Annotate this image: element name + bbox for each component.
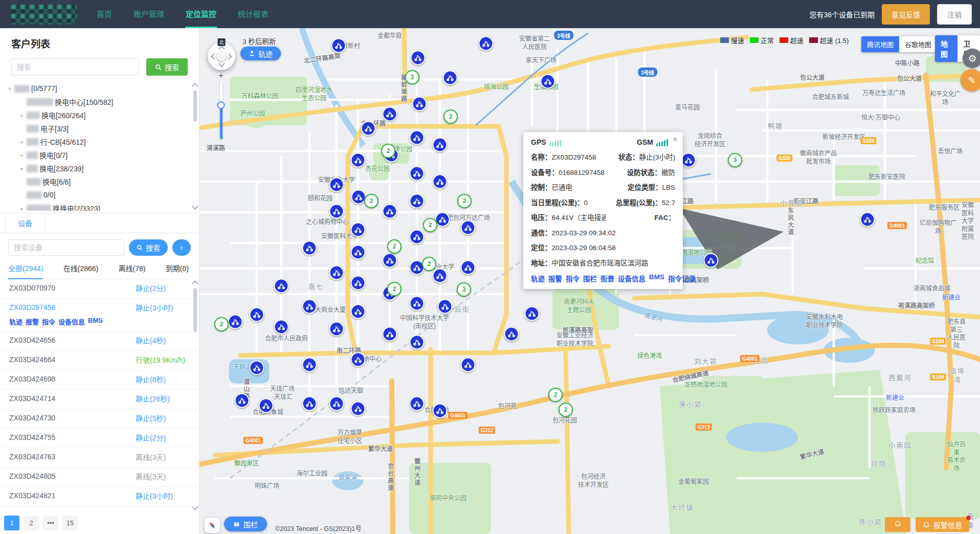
vehicle-marker-icon[interactable] xyxy=(331,38,346,53)
vehicle-marker-icon[interactable] xyxy=(329,396,344,411)
device-name[interactable]: ZX03D424847 xyxy=(9,511,136,511)
caret-right-icon[interactable]: ▸ xyxy=(17,112,27,119)
close-icon[interactable]: × xyxy=(673,135,678,144)
vehicle-marker-icon[interactable] xyxy=(329,177,344,192)
cluster-marker[interactable]: 3 xyxy=(405,70,419,84)
cluster-marker[interactable]: 2 xyxy=(364,194,378,208)
device-link[interactable]: 设备信息 xyxy=(58,317,85,326)
vehicle-marker-icon[interactable] xyxy=(351,304,366,319)
settings-button[interactable]: ⚙ xyxy=(963,49,980,68)
compass-button[interactable] xyxy=(205,518,220,533)
nav-item[interactable]: 定位监控 xyxy=(175,0,227,28)
edit-button[interactable]: ✎ xyxy=(961,69,980,92)
vehicle-marker-icon[interactable] xyxy=(361,121,376,136)
page-button[interactable]: ••• xyxy=(43,516,58,530)
filter-tab[interactable]: 离线(78) xyxy=(119,263,146,279)
track-button[interactable]: 轨迹 xyxy=(240,47,281,60)
vehicle-marker-icon[interactable] xyxy=(525,306,540,321)
tree-node[interactable]: ▸换电[238/239] xyxy=(0,162,199,175)
device-link[interactable]: BMS xyxy=(88,317,103,326)
tab-device[interactable]: 设备 xyxy=(5,213,45,233)
zoom-slider[interactable] xyxy=(220,82,222,139)
cluster-marker[interactable]: 2 xyxy=(387,282,402,296)
cluster-marker[interactable]: 2 xyxy=(423,218,437,232)
device-name[interactable]: ZX03D424805 xyxy=(9,472,136,481)
vehicle-marker-icon[interactable] xyxy=(351,245,366,260)
vehicle-marker-icon[interactable] xyxy=(351,402,366,416)
device-row[interactable]: ZX03D424664行驶(19.9Km/h) xyxy=(0,351,199,370)
device-name[interactable]: ZX03D424714 xyxy=(9,394,136,403)
tree-node[interactable]: ▸换电[0/7] xyxy=(0,148,199,162)
tree-scrollbar[interactable] xyxy=(192,83,198,210)
fence-button[interactable]: 围栏 xyxy=(224,517,267,531)
vehicle-marker-icon[interactable] xyxy=(329,322,344,337)
vehicle-marker-icon[interactable] xyxy=(410,230,425,244)
customer-search-button[interactable]: 搜索 xyxy=(146,58,188,76)
pan-right-icon[interactable] xyxy=(226,53,232,60)
popup-action-link[interactable]: 指令 xyxy=(566,273,580,283)
caret-down-icon[interactable]: ▾ xyxy=(5,85,14,92)
device-name[interactable]: ZX03D424821 xyxy=(9,492,136,500)
vehicle-marker-icon[interactable] xyxy=(410,335,425,350)
device-row[interactable]: ZX03D424730静止(5秒) xyxy=(0,409,199,429)
page-button[interactable]: 15 xyxy=(62,516,78,530)
device-name[interactable]: ZX03D424664 xyxy=(9,355,136,364)
cluster-marker[interactable]: 2 xyxy=(548,388,563,402)
popup-action-link[interactable]: 指令记录 xyxy=(668,273,696,283)
pan-down-icon[interactable] xyxy=(218,60,225,67)
tree-scroll-thumb[interactable] xyxy=(193,91,197,121)
caret-right-icon[interactable]: ▸ xyxy=(17,139,27,145)
pan-knob[interactable] xyxy=(216,51,227,61)
vehicle-marker-icon[interactable] xyxy=(411,51,426,65)
device-row[interactable]: ZX03D424755静止(2分) xyxy=(0,429,199,448)
vehicle-marker-icon[interactable] xyxy=(235,393,250,408)
cluster-marker[interactable]: 2 xyxy=(381,144,395,158)
device-name[interactable]: ZX03D424730 xyxy=(9,414,136,422)
vehicle-marker-icon[interactable] xyxy=(329,204,344,219)
scroll-down-icon[interactable] xyxy=(192,203,198,210)
expand-panel-button[interactable]: › xyxy=(172,239,191,256)
vehicle-marker-icon[interactable] xyxy=(302,241,317,256)
device-search-button[interactable]: 搜索 xyxy=(129,239,168,256)
tree-node[interactable]: ▸换换电[2/3323] xyxy=(0,202,199,211)
cluster-marker[interactable]: 2 xyxy=(457,194,472,208)
device-row[interactable]: ZX03D424821静止(3小时) xyxy=(0,487,199,506)
device-row[interactable]: ZX03D424656静止(4秒) xyxy=(0,331,199,351)
vehicle-marker-icon[interactable] xyxy=(433,174,448,189)
page-button[interactable]: 2 xyxy=(24,516,39,530)
cluster-marker[interactable]: 2 xyxy=(422,257,436,271)
tree-node[interactable]: 换电[6/6] xyxy=(0,175,199,188)
filter-tab[interactable]: 在线(2866) xyxy=(63,263,98,279)
cluster-marker[interactable]: 2 xyxy=(443,109,458,124)
vehicle-marker-icon[interactable] xyxy=(274,320,289,335)
caret-right-icon[interactable]: ▸ xyxy=(17,152,27,159)
vehicle-marker-icon[interactable] xyxy=(461,260,476,275)
popup-action-link[interactable]: 街景 xyxy=(600,273,614,283)
vehicle-marker-icon[interactable] xyxy=(681,153,696,168)
vehicle-marker-icon[interactable] xyxy=(351,222,366,237)
page-button[interactable]: 1 xyxy=(4,516,19,530)
vehicle-marker-icon[interactable] xyxy=(259,398,274,413)
cluster-marker[interactable]: 3 xyxy=(728,153,742,167)
vehicle-marker-icon[interactable] xyxy=(383,253,397,268)
tree-node[interactable]: ▸行-CB[45/612] xyxy=(0,135,199,148)
device-row[interactable]: ZX03D424698静止(8秒) xyxy=(0,370,199,390)
vehicle-marker-icon[interactable] xyxy=(250,307,264,322)
vehicle-marker-icon[interactable] xyxy=(383,204,397,219)
device-row[interactable]: ZX03D424805离线(3天) xyxy=(0,468,199,487)
device-row[interactable]: ZX03D070970静止(2分) xyxy=(0,279,199,299)
vehicle-marker-icon[interactable] xyxy=(410,296,425,311)
vehicle-marker-icon[interactable] xyxy=(383,107,397,122)
cluster-marker[interactable]: 3 xyxy=(457,282,471,297)
vehicle-marker-icon[interactable] xyxy=(433,404,448,418)
vehicle-marker-icon[interactable] xyxy=(351,153,366,168)
tree-node[interactable]: ▾[0/5777] xyxy=(0,82,199,95)
zoom-slider-thumb[interactable] xyxy=(217,101,225,109)
device-search-input[interactable] xyxy=(8,239,124,256)
vehicle-marker-icon[interactable] xyxy=(443,71,458,85)
device-row[interactable]: ZX03D297458轨迹报警指令设备信息BMS静止(3小时) xyxy=(0,299,199,331)
customer-search-input[interactable] xyxy=(11,58,139,76)
device-row[interactable]: ZX03D424714静止(26秒) xyxy=(0,390,199,409)
vehicle-marker-icon[interactable] xyxy=(351,352,366,367)
vehicle-marker-icon[interactable] xyxy=(860,212,875,227)
